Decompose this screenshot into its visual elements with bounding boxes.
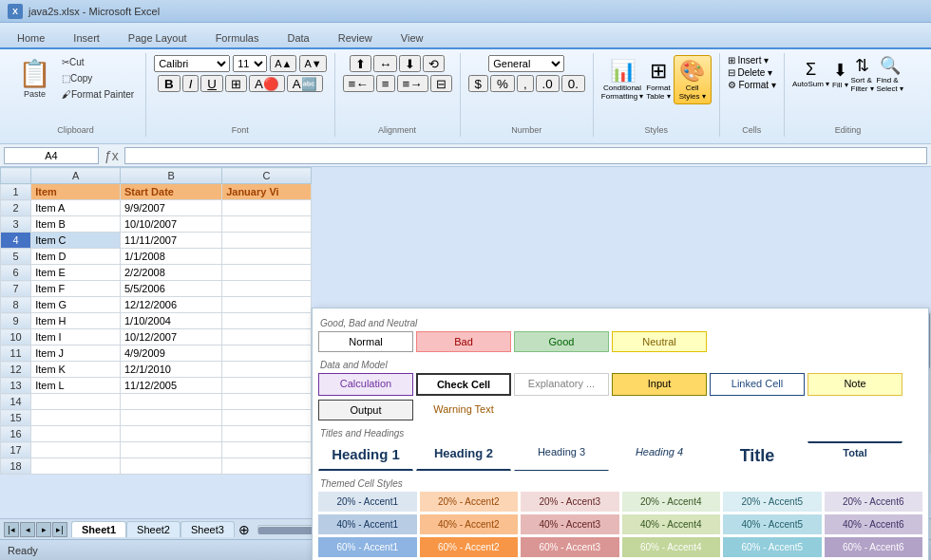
cell-c10[interactable] <box>222 329 312 345</box>
cell-b5[interactable]: 1/1/2008 <box>120 249 221 265</box>
sheet-tab-sheet1[interactable]: Sheet1 <box>71 521 126 537</box>
style-input-item[interactable]: Input <box>612 373 707 396</box>
cell-c5[interactable] <box>222 249 312 265</box>
themed-60-accent1[interactable]: 60% - Accent1 <box>318 537 417 557</box>
col-header-c[interactable]: C <box>222 168 312 184</box>
cell-c12[interactable] <box>222 362 312 378</box>
cut-button[interactable]: ✂ Cut <box>58 55 138 69</box>
sheet-last-button[interactable]: ▸| <box>52 522 67 537</box>
cell-c11[interactable] <box>222 345 312 362</box>
themed-20-accent2[interactable]: 20% - Accent2 <box>420 492 519 512</box>
cell-c14[interactable] <box>222 394 312 410</box>
fill-button[interactable]: ⬇ Fill ▾ <box>832 60 847 89</box>
cell-b13[interactable]: 11/12/2005 <box>120 378 221 394</box>
cell-b9[interactable]: 1/10/2004 <box>120 313 221 329</box>
style-heading2-item[interactable]: Heading 2 <box>416 441 511 471</box>
insert-sheet-button[interactable]: ⊕ <box>238 522 250 537</box>
style-warning-item[interactable]: Warning Text <box>416 400 511 420</box>
find-select-button[interactable]: 🔍 Find &Select ▾ <box>877 55 903 93</box>
align-left-button[interactable]: ≡← <box>343 75 374 92</box>
style-linked-cell-item[interactable]: Linked Cell <box>710 373 805 396</box>
style-calculation-item[interactable]: Calculation <box>318 373 413 396</box>
border-button[interactable]: ⊞ <box>225 75 247 92</box>
style-heading4-item[interactable]: Heading 4 <box>612 441 707 471</box>
tab-view[interactable]: View <box>388 28 437 47</box>
bold-button[interactable]: B <box>158 75 180 92</box>
col-header-b[interactable]: B <box>120 168 221 184</box>
align-top-button[interactable]: ⬆ <box>350 55 371 72</box>
col-header-a[interactable]: A <box>31 168 121 184</box>
cell-a18[interactable] <box>31 458 121 475</box>
underline-button[interactable]: U <box>200 75 223 92</box>
cell-c1[interactable]: January Vi <box>222 184 312 200</box>
cell-b15[interactable] <box>120 410 221 426</box>
themed-40-accent3[interactable]: 40% - Accent3 <box>521 514 619 534</box>
cell-a11[interactable]: Item J <box>31 345 121 362</box>
style-neutral-item[interactable]: Neutral <box>612 331 707 352</box>
style-good-item[interactable]: Good <box>514 331 609 352</box>
number-format-select[interactable]: General <box>488 55 564 72</box>
align-right-button[interactable]: ≡→ <box>397 75 428 92</box>
merge-center-button[interactable]: ⊟ <box>430 75 452 92</box>
cell-b12[interactable]: 12/1/2010 <box>120 362 221 378</box>
cell-b8[interactable]: 12/12/2006 <box>120 297 221 313</box>
cell-c8[interactable] <box>222 297 312 313</box>
delete-button[interactable]: ⊟ Delete ▾ <box>728 67 776 78</box>
style-total-item[interactable]: Total <box>808 441 902 471</box>
sheet-tab-sheet3[interactable]: Sheet3 <box>180 521 235 537</box>
cell-a3[interactable]: Item B <box>31 216 121 233</box>
style-note-item[interactable]: Note <box>808 373 902 396</box>
sheet-tab-sheet2[interactable]: Sheet2 <box>126 521 180 537</box>
style-check-cell-item[interactable]: Check Cell <box>416 373 511 396</box>
increase-decimal-button[interactable]: .0 <box>536 75 560 92</box>
conditional-formatting-button[interactable]: 📊 ConditionalFormatting ▾ <box>601 59 643 101</box>
sheet-next-button[interactable]: ▸ <box>36 522 51 537</box>
cell-a13[interactable]: Item L <box>31 378 121 394</box>
align-bottom-button[interactable]: ⬇ <box>399 55 421 72</box>
name-box[interactable] <box>4 147 99 164</box>
align-middle-button[interactable]: ↔ <box>373 55 397 72</box>
cell-a2[interactable]: Item A <box>31 200 121 216</box>
align-center-button[interactable]: ≡ <box>376 75 395 92</box>
themed-20-accent3[interactable]: 20% - Accent3 <box>521 492 619 512</box>
currency-button[interactable]: $ <box>468 75 488 92</box>
grow-font-button[interactable]: A▲ <box>270 55 296 72</box>
themed-40-accent2[interactable]: 40% - Accent2 <box>420 514 519 534</box>
themed-20-accent6[interactable]: 20% - Accent6 <box>825 492 923 512</box>
copy-button[interactable]: ⬚ Copy <box>58 71 138 85</box>
font-family-select[interactable]: Calibri <box>154 55 230 72</box>
cell-c13[interactable] <box>222 378 312 394</box>
cell-a14[interactable] <box>31 394 121 410</box>
cell-c2[interactable] <box>222 200 312 216</box>
shrink-font-button[interactable]: A▼ <box>299 55 326 72</box>
cell-c7[interactable] <box>222 281 312 297</box>
tab-insert[interactable]: Insert <box>60 28 113 47</box>
style-title-item[interactable]: Title <box>710 441 805 471</box>
autosum-button[interactable]: Σ AutoSum ▾ <box>792 60 829 88</box>
cell-b4[interactable]: 11/11/2007 <box>120 233 221 249</box>
format-as-table-button[interactable]: ⊞ FormatTable ▾ <box>646 59 670 101</box>
cell-b16[interactable] <box>120 426 221 442</box>
h-scroll-thumb[interactable] <box>258 527 315 534</box>
cell-c3[interactable] <box>222 216 312 233</box>
cell-b7[interactable]: 5/5/2006 <box>120 281 221 297</box>
cell-a7[interactable]: Item F <box>31 281 121 297</box>
cell-b6[interactable]: 2/2/2008 <box>120 265 221 281</box>
cell-b11[interactable]: 4/9/2009 <box>120 345 221 362</box>
cell-c15[interactable] <box>222 410 312 426</box>
themed-60-accent2[interactable]: 60% - Accent2 <box>420 537 519 557</box>
cell-c18[interactable] <box>222 458 312 475</box>
cell-styles-button[interactable]: 🎨 CellStyles ▾ <box>674 55 712 104</box>
sheet-prev-button[interactable]: ◂ <box>20 522 35 537</box>
comma-style-button[interactable]: , <box>517 75 534 92</box>
themed-40-accent1[interactable]: 40% - Accent1 <box>318 514 417 534</box>
cell-a5[interactable]: Item D <box>31 249 121 265</box>
cell-a6[interactable]: Item E <box>31 265 121 281</box>
format-painter-button[interactable]: 🖌 Format Painter <box>58 87 138 102</box>
themed-20-accent1[interactable]: 20% - Accent1 <box>318 492 417 512</box>
style-explanatory-item[interactable]: Explanatory ... <box>514 373 609 396</box>
tab-review[interactable]: Review <box>325 28 386 47</box>
font-color-button[interactable]: A🔤 <box>287 75 323 92</box>
themed-60-accent3[interactable]: 60% - Accent3 <box>521 537 619 557</box>
tab-data[interactable]: Data <box>274 28 322 47</box>
